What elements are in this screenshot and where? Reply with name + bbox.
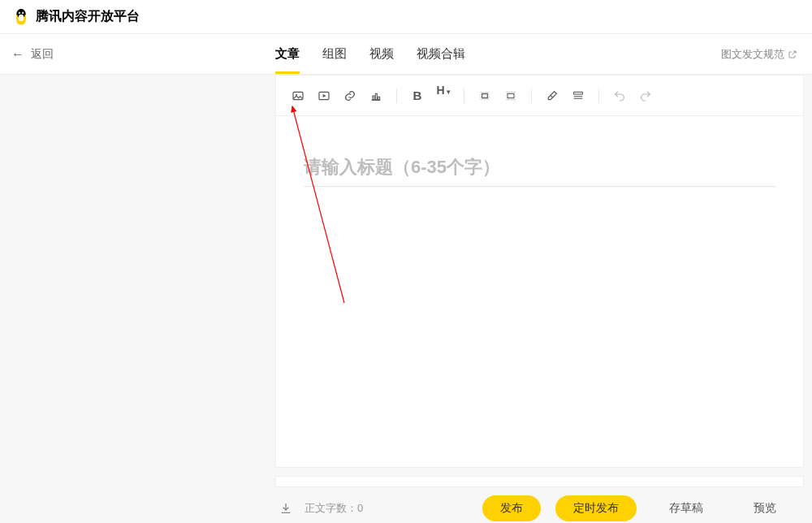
svg-point-4 (19, 12, 20, 13)
word-count: 正文字数：0 (304, 501, 363, 516)
import-icon[interactable] (275, 502, 296, 515)
block-icon[interactable] (566, 84, 590, 108)
video-embed-icon[interactable] (312, 84, 336, 108)
publishing-guide-link[interactable]: 图文发文规范 (721, 47, 797, 62)
svg-rect-13 (482, 93, 488, 97)
brand-title: 腾讯内容开放平台 (36, 8, 140, 25)
article-body-editor[interactable] (276, 195, 803, 467)
toolbar-separator (396, 89, 397, 103)
align-left-icon[interactable] (473, 84, 497, 108)
footer-bar: 正文字数：0 发布 定时发布 存草稿 预览 (275, 494, 804, 523)
svg-rect-11 (375, 93, 377, 99)
editor-card: B H▾ (275, 75, 804, 468)
svg-rect-10 (373, 96, 374, 100)
save-draft-button[interactable]: 存草稿 (651, 495, 721, 521)
svg-point-2 (19, 14, 24, 20)
heading-icon[interactable]: H▾ (431, 84, 456, 108)
bold-icon[interactable]: B (405, 84, 430, 108)
undo-icon[interactable] (607, 84, 632, 108)
content-type-tabs: 文章 组图 视频 视频合辑 (275, 34, 465, 74)
tab-article[interactable]: 文章 (275, 34, 300, 74)
external-link-icon (788, 50, 797, 59)
article-title-input[interactable] (304, 153, 775, 187)
tab-gallery[interactable]: 组图 (322, 34, 347, 74)
back-label: 返回 (31, 47, 54, 62)
penguin-logo-icon (13, 8, 29, 26)
tab-video[interactable]: 视频 (369, 34, 394, 74)
image-icon[interactable] (286, 84, 310, 108)
settings-card-collapsed (275, 476, 804, 487)
schedule-publish-button[interactable]: 定时发布 (555, 495, 637, 521)
preview-button[interactable]: 预览 (736, 495, 794, 521)
svg-rect-12 (378, 97, 380, 99)
eraser-icon[interactable] (540, 84, 564, 108)
top-header: 腾讯内容开放平台 (0, 0, 812, 34)
align-center-icon[interactable] (499, 84, 523, 108)
link-icon[interactable] (338, 84, 362, 108)
toolbar-separator (598, 89, 599, 103)
publish-button[interactable]: 发布 (482, 495, 541, 521)
svg-rect-15 (574, 92, 583, 94)
editor-toolbar: B H▾ (276, 76, 803, 116)
toolbar-separator (531, 89, 532, 103)
redo-icon[interactable] (633, 84, 658, 108)
arrow-left-icon: ← (11, 47, 24, 62)
svg-rect-7 (293, 92, 303, 99)
svg-point-6 (22, 12, 23, 13)
chart-icon[interactable] (364, 84, 388, 108)
svg-rect-14 (508, 93, 514, 97)
back-button[interactable]: ← 返回 (0, 47, 275, 62)
sub-header: ← 返回 文章 组图 视频 视频合辑 图文发文规范 (0, 34, 812, 75)
left-empty-column (0, 75, 275, 523)
toolbar-separator (464, 89, 464, 103)
tab-video-collection[interactable]: 视频合辑 (417, 34, 465, 74)
